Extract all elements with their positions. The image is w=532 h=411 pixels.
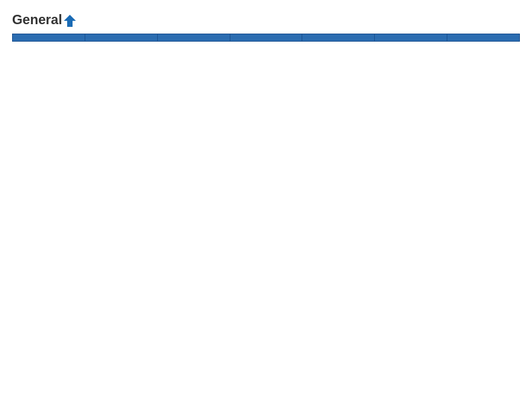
svg-marker-0 xyxy=(64,15,76,27)
col-tuesday xyxy=(157,34,230,41)
col-thursday xyxy=(302,34,375,41)
calendar-table xyxy=(12,34,520,42)
logo-text: General xyxy=(12,12,77,28)
logo-icon xyxy=(62,13,77,28)
calendar-page: General xyxy=(0,0,532,411)
logo: General xyxy=(12,12,77,28)
col-monday xyxy=(85,34,157,41)
col-wednesday xyxy=(230,34,302,41)
header: General xyxy=(12,12,520,28)
col-saturday xyxy=(447,34,520,41)
header-row xyxy=(13,34,520,41)
col-friday xyxy=(375,34,447,41)
col-sunday xyxy=(13,34,85,41)
